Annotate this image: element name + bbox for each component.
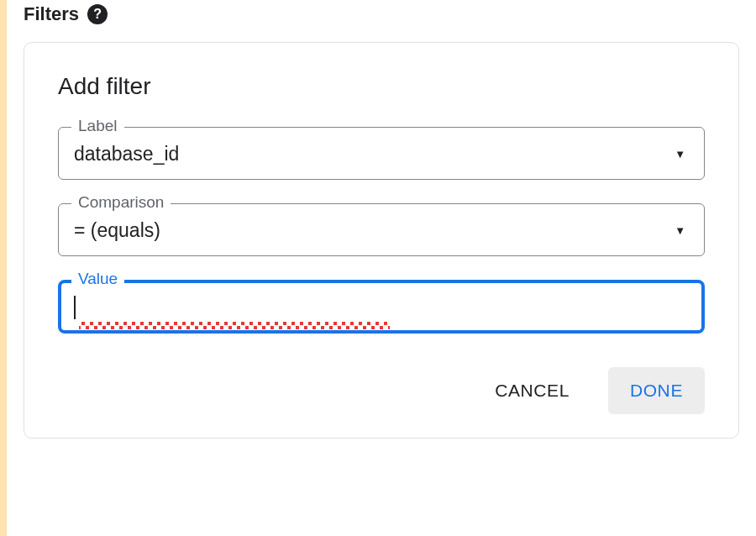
page-header: Filters ? — [24, 3, 739, 25]
comparison-dropdown-value: = (equals) — [74, 219, 160, 242]
card-title: Add filter — [58, 73, 705, 100]
label-dropdown-value: database_id — [74, 143, 179, 166]
text-cursor — [74, 296, 76, 319]
label-dropdown[interactable]: database_id ▼ — [58, 127, 705, 180]
left-accent-bar — [0, 0, 7, 536]
filters-container: Filters ? Add filter Label database_id ▼… — [0, 0, 756, 455]
chevron-down-icon: ▼ — [675, 148, 685, 160]
page-title: Filters — [24, 3, 79, 25]
help-icon[interactable]: ? — [87, 4, 108, 24]
button-row: CANCEL DONE — [58, 367, 705, 414]
label-field-legend: Label — [71, 117, 124, 135]
value-field-legend: Value — [71, 270, 124, 288]
value-input[interactable] — [58, 280, 705, 334]
label-field: Label database_id ▼ — [58, 127, 705, 180]
comparison-field-legend: Comparison — [71, 193, 171, 212]
value-input-content — [74, 296, 689, 319]
cancel-button[interactable]: CANCEL — [473, 367, 591, 414]
done-button[interactable]: DONE — [608, 367, 705, 414]
chevron-down-icon: ▼ — [675, 224, 685, 237]
value-field: Value — [58, 280, 705, 334]
add-filter-card: Add filter Label database_id ▼ Compariso… — [24, 42, 739, 439]
comparison-field: Comparison = (equals) ▼ — [58, 203, 705, 256]
